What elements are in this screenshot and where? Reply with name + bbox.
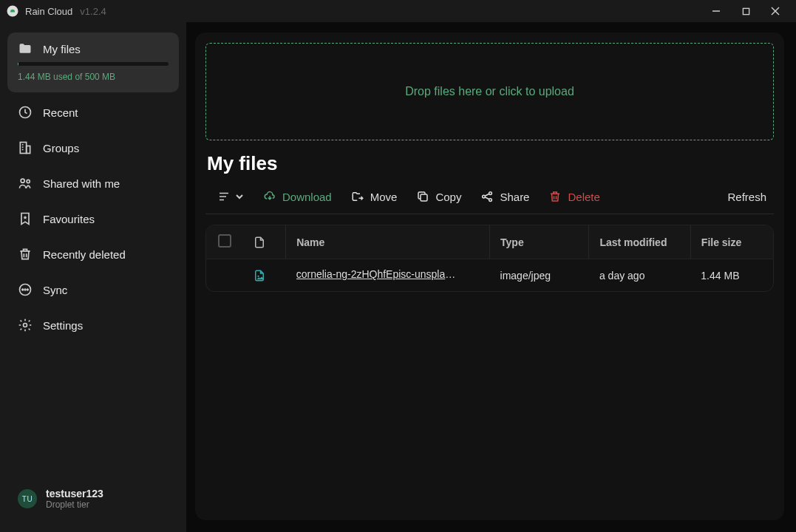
file-modified: a day ago	[589, 259, 690, 292]
column-header-type[interactable]: Type	[490, 225, 589, 259]
people-icon	[18, 176, 33, 191]
sidebar-item-favourites[interactable]: Favourites	[7, 203, 179, 234]
sidebar-item-groups[interactable]: Groups	[7, 132, 179, 163]
svg-point-31	[258, 275, 259, 276]
app-logo-icon	[6, 4, 19, 18]
svg-rect-2	[743, 8, 749, 14]
sidebar-item-label: Favourites	[43, 213, 95, 225]
svg-point-19	[24, 324, 27, 327]
column-header-modified[interactable]: Last modified	[599, 236, 679, 248]
file-icon	[253, 236, 275, 249]
file-name-link[interactable]: cornelia-ng-2zHQhfEpisc-unsplash.jpg	[296, 268, 459, 280]
upload-dropzone[interactable]: Drop files here or click to upload	[205, 43, 774, 140]
clock-icon	[18, 105, 33, 120]
sidebar-item-label: Groups	[43, 142, 79, 154]
copy-icon	[416, 190, 429, 203]
sidebar-item-recently-deleted[interactable]: Recently deleted	[7, 239, 179, 270]
select-all-checkbox[interactable]	[218, 234, 231, 248]
svg-point-12	[27, 180, 30, 183]
sidebar-item-label: My files	[43, 43, 81, 55]
storage-usage-bar	[18, 62, 169, 66]
app-version: v1.2.4	[80, 6, 106, 17]
minimize-button[interactable]	[701, 0, 731, 22]
download-cloud-icon	[263, 190, 276, 203]
svg-rect-23	[421, 194, 427, 201]
sidebar-item-my-files[interactable]: My files 1.44 MB used of 500 MB	[7, 33, 179, 92]
app-title: Rain Cloud	[25, 6, 72, 17]
user-name: testuser123	[46, 488, 103, 499]
share-icon	[480, 190, 494, 203]
sidebar-item-shared[interactable]: Shared with me	[7, 168, 179, 199]
sidebar-item-label: Shared with me	[43, 177, 120, 190]
table-row[interactable]: cornelia-ng-2zHQhfEpisc-unsplash.jpg ima…	[206, 259, 773, 292]
sidebar-item-sync[interactable]: Sync	[7, 274, 179, 305]
delete-button[interactable]: Delete	[548, 190, 599, 203]
svg-rect-7	[27, 146, 30, 154]
sidebar-item-label: Recently deleted	[43, 248, 126, 261]
column-header-size[interactable]: File size	[690, 225, 773, 259]
avatar: TU	[18, 489, 37, 508]
svg-point-16	[22, 289, 24, 290]
move-button[interactable]: Move	[351, 190, 398, 203]
share-label: Share	[500, 191, 529, 203]
window-controls	[701, 0, 790, 22]
titlebar: Rain Cloud v1.2.4	[0, 0, 796, 22]
maximize-button[interactable]	[731, 0, 761, 22]
sidebar-item-label: Sync	[43, 284, 67, 296]
download-label: Download	[282, 191, 332, 203]
move-icon	[351, 190, 364, 203]
sort-button[interactable]	[217, 190, 244, 203]
sidebar-item-label: Settings	[43, 319, 83, 332]
page-title: My files	[205, 151, 774, 175]
image-file-icon	[253, 269, 275, 282]
storage-usage-text: 1.44 MB used of 500 MB	[18, 72, 169, 82]
svg-point-18	[27, 289, 29, 290]
file-toolbar: Download Move Copy	[205, 185, 774, 214]
refresh-button[interactable]: Refresh	[727, 191, 766, 203]
trash-icon	[548, 190, 562, 203]
folder-icon	[18, 41, 33, 56]
chevron-down-icon	[235, 192, 244, 201]
sidebar: My files 1.44 MB used of 500 MB Recent G…	[0, 22, 186, 532]
bookmark-icon	[18, 211, 33, 226]
trash-icon	[18, 247, 33, 262]
svg-line-28	[485, 197, 489, 200]
user-profile[interactable]: TU testuser123 Droplet tier	[7, 482, 179, 522]
svg-point-11	[21, 179, 24, 183]
sidebar-item-settings[interactable]: Settings	[7, 310, 179, 341]
file-type: image/jpeg	[490, 259, 589, 292]
delete-label: Delete	[568, 191, 599, 203]
files-table: Name Type Last modified File size	[205, 225, 774, 292]
svg-line-27	[485, 194, 489, 196]
move-label: Move	[370, 191, 398, 203]
close-button[interactable]	[761, 0, 790, 22]
copy-label: Copy	[435, 191, 461, 203]
column-header-name[interactable]: Name	[286, 225, 490, 259]
svg-point-17	[24, 289, 26, 290]
user-tier: Droplet tier	[46, 499, 103, 510]
file-size: 1.44 MB	[690, 259, 773, 292]
sidebar-item-label: Recent	[43, 106, 78, 119]
gear-icon	[18, 318, 33, 332]
download-button[interactable]: Download	[263, 190, 332, 203]
main-content: Drop files here or click to upload My fi…	[186, 22, 796, 532]
building-icon	[18, 140, 33, 155]
table-header-row: Name Type Last modified File size	[206, 225, 773, 259]
chat-icon	[18, 282, 33, 297]
dropzone-text: Drop files here or click to upload	[405, 85, 574, 98]
copy-button[interactable]: Copy	[416, 190, 461, 203]
share-button[interactable]: Share	[480, 190, 529, 203]
sidebar-item-recent[interactable]: Recent	[7, 97, 179, 128]
